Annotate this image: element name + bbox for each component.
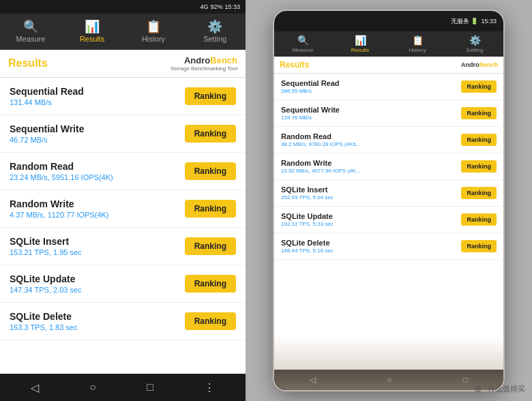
phone-result-info: Random Read 38.2 MB/s, 9780.28 IOPS (4Kb… (281, 132, 361, 147)
result-name: Random Write (10, 198, 109, 209)
nav-history[interactable]: 📋 History (123, 18, 184, 46)
phone-logo: AndroBench (461, 61, 498, 68)
phone-result-info: SQLite Update 192.12 TPS, 5.33 sec (281, 212, 334, 227)
result-list-left: Sequential Read 131.44 MB/s Ranking Sequ… (0, 78, 246, 374)
ranking-button[interactable]: Ranking (185, 162, 236, 180)
list-item: SQLite Insert 202.93 TPS, 5.04 sec Ranki… (274, 180, 503, 207)
phone-nav-setting[interactable]: ⚙️ Setting (446, 35, 503, 53)
ranking-button[interactable]: Ranking (185, 125, 236, 143)
phone-result-list: Sequential Read 286.55 MB/s Ranking Sequ… (274, 74, 503, 370)
phone-result-info: Sequential Write 139.76 MB/s (281, 106, 340, 121)
androbench-logo-left: AndroBench Storage Benchmarking Tool (171, 55, 237, 72)
logo-bench-left: Bench (210, 55, 237, 65)
list-item: Random Read 38.2 MB/s, 9780.28 IOPS (4Kb… (274, 127, 503, 153)
time-left: 15:33 (224, 3, 240, 10)
ranking-button[interactable]: Ranking (185, 275, 236, 293)
phone-measure-icon: 🔍 (297, 35, 309, 46)
phone-nav-measure[interactable]: 🔍 Measure (274, 35, 331, 53)
result-info: Random Read 23.24 MB/s, 5951.16 IOPS(4K) (10, 161, 113, 181)
list-item: Random Write 15.92 MB/s, 4077.96 IOPS (4… (274, 153, 503, 180)
phone-results-title: Results (280, 60, 309, 70)
phone-result-value: 38.2 MB/s, 9780.28 IOPS (4Kb... (281, 141, 361, 147)
result-value: 23.24 MB/s, 5951.16 IOPS(4K) (10, 173, 113, 181)
table-row: Sequential Read 131.44 MB/s Ranking (0, 78, 246, 115)
phone-result-value: 198.44 TPS, 5.16 sec (281, 248, 334, 254)
result-name: SQLite Update (10, 273, 82, 284)
watermark-area: 值 · 什么值得买 (474, 384, 525, 394)
logo-sub-left: Storage Benchmarking Tool (171, 65, 237, 72)
phone-content: Results AndroBench Sequential Read 286.5… (274, 57, 503, 370)
phone-measure-label: Measure (292, 47, 313, 53)
list-item: SQLite Delete 198.44 TPS, 5.16 sec Ranki… (274, 233, 503, 260)
phone-ranking-button[interactable]: Ranking (461, 134, 497, 146)
bottom-nav-left: ◁ ○ □ ⋮ (0, 374, 246, 401)
ranking-button[interactable]: Ranking (185, 237, 236, 255)
phone-result-value: 202.93 TPS, 5.04 sec (281, 194, 334, 200)
phone-ranking-button[interactable]: Ranking (461, 107, 497, 119)
nav-measure[interactable]: 🔍 Measure (0, 18, 61, 46)
list-item: Sequential Write 139.76 MB/s Ranking (274, 100, 503, 127)
result-value: 46.72 MB/s (10, 136, 84, 144)
phone-recents-icon[interactable]: □ (463, 375, 468, 385)
content-area-left: Results AndroBench Storage Benchmarking … (0, 50, 246, 374)
phone-history-icon: 📋 (412, 35, 424, 46)
ranking-button[interactable]: Ranking (185, 200, 236, 218)
phone-ranking-button[interactable]: Ranking (461, 213, 497, 226)
phone-setting-icon: ⚙️ (469, 35, 481, 46)
result-info: SQLite Update 147.34 TPS, 2.03 sec (10, 273, 82, 294)
table-row: SQLite Update 147.34 TPS, 2.03 sec Ranki… (0, 265, 246, 303)
phone-nav-history[interactable]: 📋 History (389, 35, 446, 53)
result-name: Sequential Read (10, 86, 84, 97)
nav-results[interactable]: 📊 Results (61, 18, 123, 46)
phone-result-name: Random Write (281, 159, 361, 167)
phone-result-name: SQLite Update (281, 212, 334, 220)
ranking-button[interactable]: Ranking (185, 312, 236, 330)
logo-text-left: AndroBench (184, 55, 237, 65)
results-header-left: Results AndroBench Storage Benchmarking … (0, 50, 246, 78)
phone-status-text: 无服务 🔋 (451, 17, 479, 26)
table-row: SQLite Delete 163.3 TPS, 1.83 sec Rankin… (0, 303, 246, 340)
phone-logo-bench: Bench (479, 61, 498, 68)
result-name: Sequential Write (10, 123, 84, 134)
phone-nav-results[interactable]: 📊 Results (331, 35, 389, 53)
result-value: 153.21 TPS, 1.95 sec (10, 248, 82, 256)
table-row: Sequential Write 46.72 MB/s Ranking (0, 115, 246, 153)
phone-results-header: Results AndroBench (274, 57, 503, 74)
phone-result-value: 15.92 MB/s, 4077.96 IOPS (4K... (281, 168, 361, 174)
phone-result-name: SQLite Insert (281, 185, 334, 194)
phone-home-icon[interactable]: ○ (387, 375, 391, 385)
phone-ranking-button[interactable]: Ranking (461, 80, 497, 93)
result-value: 4.37 MB/s, 1120.77 IOPS(4K) (10, 211, 109, 219)
result-name: Random Read (10, 161, 113, 172)
phone-back-icon[interactable]: ◁ (310, 375, 316, 385)
table-row: SQLite Insert 153.21 TPS, 1.95 sec Ranki… (0, 228, 246, 265)
phone-ranking-button[interactable]: Ranking (461, 240, 497, 252)
right-photo-area: 无服务 🔋 15:33 🔍 Measure 📊 Results 📋 Histor… (246, 0, 532, 401)
phone-ranking-button[interactable]: Ranking (461, 187, 497, 199)
list-item: SQLite Update 192.12 TPS, 5.33 sec Ranki… (274, 207, 503, 233)
phone-photo: 无服务 🔋 15:33 🔍 Measure 📊 Results 📋 Histor… (273, 10, 505, 391)
phone-logo-andro: Andro (461, 61, 479, 68)
phone-result-info: Random Write 15.92 MB/s, 4077.96 IOPS (4… (281, 159, 361, 174)
phone-bottom-nav: ◁ ○ □ (274, 370, 503, 390)
phone-result-name: Sequential Write (281, 106, 340, 114)
phone-time: 15:33 (481, 18, 497, 25)
result-value: 163.3 TPS, 1.83 sec (10, 323, 77, 331)
back-icon[interactable]: ◁ (31, 381, 39, 394)
result-info: SQLite Delete 163.3 TPS, 1.83 sec (10, 311, 77, 331)
home-icon[interactable]: ○ (89, 381, 96, 393)
recents-icon[interactable]: □ (147, 381, 153, 393)
nav-setting[interactable]: ⚙️ Setting (184, 18, 246, 46)
nav-history-label: History (142, 35, 165, 43)
table-row: Random Read 23.24 MB/s, 5951.16 IOPS(4K)… (0, 153, 246, 190)
phone-ranking-button[interactable]: Ranking (461, 160, 497, 173)
phone-result-info: SQLite Delete 198.44 TPS, 5.16 sec (281, 239, 334, 254)
nav-setting-label: Setting (203, 35, 226, 43)
phone-history-label: History (409, 47, 426, 53)
phone-results-label: Results (351, 47, 370, 53)
result-name: SQLite Insert (10, 236, 82, 247)
phone-result-value: 286.55 MB/s (281, 88, 340, 94)
menu-icon[interactable]: ⋮ (204, 381, 215, 394)
results-icon: 📊 (85, 20, 100, 33)
ranking-button[interactable]: Ranking (185, 87, 236, 105)
